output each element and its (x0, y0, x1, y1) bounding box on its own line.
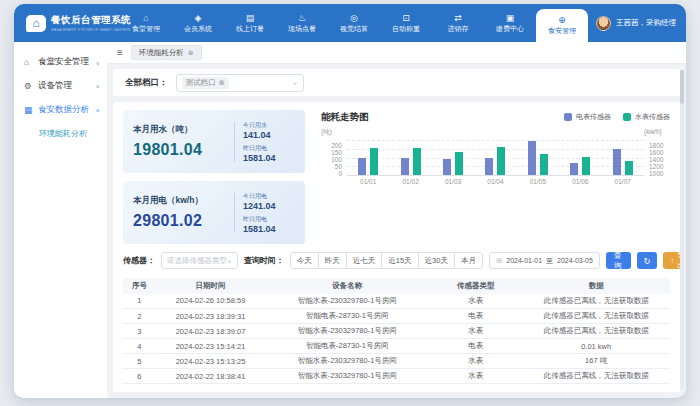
bar-group-01/05 (528, 140, 548, 175)
table-body: 12024-02-26 10:58:59智能水表-230329780-1号房间水… (123, 294, 670, 384)
x-tick-label: 01/05 (530, 178, 546, 185)
y-tick-left: 0 (338, 170, 342, 177)
scrollbar[interactable] (680, 70, 684, 390)
chevron-icon: ∧ (96, 107, 100, 113)
sensor-filter-label: 传感器： (123, 255, 155, 266)
table-cell: 167 吨 (522, 354, 670, 369)
sensor-data-table: 序号日期时间设备名称传感器类型数据 12024-02-26 10:58:59智能… (123, 278, 670, 385)
bar-电表传感器[interactable] (401, 158, 409, 176)
table-cell: 电表 (429, 309, 522, 324)
bar-水表传感器[interactable] (497, 147, 505, 175)
bar-水表传感器[interactable] (582, 157, 590, 175)
x-axis-labels: 01/0101/0201/0301/0401/0501/0601/07 (347, 178, 644, 185)
nav-item-缴费中心[interactable]: ▣缴费中心 (484, 4, 536, 42)
table-row[interactable]: 32024-02-23 18:39:07智能水表-230329780-1号房间水… (123, 324, 670, 339)
quick-range-近15天[interactable]: 近15天 (381, 252, 418, 269)
kebab-menu-icon[interactable]: ⋮ (681, 18, 686, 28)
bar-水表传感器[interactable] (625, 161, 633, 175)
bar-电表传感器[interactable] (443, 159, 451, 175)
table-header-cell: 设备名称 (265, 278, 429, 294)
bar-电表传感器[interactable] (485, 158, 493, 175)
date-range-picker[interactable]: ⊞ 2024-01-01 至 2024-03-05 (489, 252, 600, 269)
bar-group-01/02 (401, 140, 421, 175)
stat-card: 本月用水（吨）19801.04今日用水141.04昨日用电1581.04 (123, 110, 305, 173)
nav-item-食堂管理[interactable]: ⌂食堂管理 (120, 4, 172, 42)
nav-item-进销存[interactable]: ⇄进销存 (432, 4, 484, 42)
stat-title: 本月用水（吨） (133, 124, 226, 136)
app-window: ⌂ 餐饮后台管理系统 MANAGEMENT SYSTEM OF SMART CA… (14, 4, 686, 398)
sidebar-subitem-环境能耗分析[interactable]: 环境能耗分析 (14, 122, 107, 144)
stat-side: 今日用水141.04昨日用电1581.04 (243, 121, 295, 163)
nav-item-食安管理[interactable]: ⊕食安管理 (536, 9, 588, 42)
y-axis-left: (吨) 200150100500 (321, 128, 347, 175)
table-row[interactable]: 22024-02-23 18:39:31智能电表-28730-1号房间电表此传感… (123, 309, 670, 324)
table-cell: 水表 (429, 324, 522, 339)
table-row[interactable]: 42024-02-23 15:14:21智能电表-28730-1号房间电表0.0… (123, 339, 670, 354)
stat-side-value: 141.04 (243, 130, 295, 140)
sidebar-item-食安数据分析[interactable]: ▦食安数据分析∧ (14, 98, 107, 122)
nav-icon: ◈ (195, 13, 202, 23)
table-cell: 2024-02-23 18:39:07 (156, 324, 265, 339)
stall-select[interactable]: 测试档口 ⊗ ∨ (176, 74, 304, 92)
quick-range-今天[interactable]: 今天 (290, 252, 319, 269)
nav-item-线上订餐[interactable]: ▤线上订餐 (224, 4, 276, 42)
sidebar-item-label: 食堂安全管理 (38, 56, 89, 68)
table-cell: 4 (123, 339, 156, 354)
time-filter-label: 查询时间： (244, 255, 284, 266)
bar-水表传感器[interactable] (413, 148, 421, 175)
nav-item-视觉结算[interactable]: ◎视觉结算 (328, 4, 380, 42)
bar-group-01/06 (570, 140, 590, 175)
table-cell: 2024-02-23 15:13:25 (156, 354, 265, 369)
chart-legend: 电表传感器水表传感器 (564, 112, 670, 122)
export-button[interactable]: ↑ 导出 (663, 252, 681, 269)
y-tick-right: 1000 (649, 170, 663, 177)
table-row[interactable]: 12024-02-26 10:58:59智能水表-230329780-1号房间水… (123, 294, 670, 309)
table-cell: 智能水表-230329780-1号房间 (265, 324, 429, 339)
nav-label: 线上订餐 (236, 24, 264, 34)
stall-tag-close-icon[interactable]: ⊗ (219, 78, 225, 87)
user-avatar[interactable] (596, 16, 611, 31)
nav-label: 食安管理 (548, 26, 576, 36)
search-button[interactable]: 查询 (606, 252, 632, 269)
stat-side-label: 昨日用电 (243, 144, 295, 153)
tab-env-energy[interactable]: 环境能耗分析 ⊗ (131, 45, 202, 60)
refresh-button[interactable]: ↻ (637, 252, 656, 269)
user-box[interactable]: 王茜茜，采购经理 ⋮ (590, 4, 686, 42)
quick-range-昨天[interactable]: 昨天 (318, 252, 347, 269)
bar-电表传感器[interactable] (358, 158, 366, 176)
bar-水表传感器[interactable] (540, 154, 548, 175)
y-tick-right: 1800 (649, 142, 663, 149)
bar-电表传感器[interactable] (528, 141, 536, 175)
nav-label: 视觉结算 (340, 24, 368, 34)
quick-range-近七天[interactable]: 近七天 (346, 252, 383, 269)
tab-close-icon[interactable]: ⊗ (188, 49, 194, 57)
bar-电表传感器[interactable] (613, 149, 621, 175)
sensor-type-select[interactable]: 请选择传感器类型 ∨ (161, 252, 238, 269)
bar-水表传感器[interactable] (455, 152, 463, 175)
stat-title: 本月用电（kw/h） (133, 195, 226, 207)
stall-filter-bar: 全部档口： 测试档口 ⊗ ∨ (113, 69, 680, 96)
bar-水表传感器[interactable] (370, 148, 378, 175)
nav-label: 现场点餐 (288, 24, 316, 34)
table-cell: 此传感器已离线，无法获取数据 (522, 324, 670, 339)
legend-swatch (623, 113, 631, 121)
nav-icon: ♨ (298, 13, 306, 23)
nav-item-会员系统[interactable]: ◈会员系统 (172, 4, 224, 42)
bar-group-01/04 (485, 140, 505, 175)
sidebar-item-食堂安全管理[interactable]: ⌂食堂安全管理∨ (14, 50, 107, 74)
sidebar-item-设备管理[interactable]: ⚙设备管理∨ (14, 74, 107, 98)
quick-range-本月[interactable]: 本月 (454, 252, 483, 269)
quick-range-近30天[interactable]: 近30天 (418, 252, 455, 269)
table-row[interactable]: 62024-02-22 18:38:41智能水表-230329780-1号房间水… (123, 369, 670, 384)
y-tick-left: 100 (331, 156, 342, 163)
bar-电表传感器[interactable] (570, 163, 578, 175)
nav-item-自动称重[interactable]: ⊡自动称重 (380, 4, 432, 42)
table-row[interactable]: 52024-02-23 15:13:25智能水表-230329780-1号房间水… (123, 354, 670, 369)
scrollbar-thumb[interactable] (680, 70, 684, 104)
stat-side-label: 今日用电 (243, 192, 295, 201)
table-cell: 此传感器已离线，无法获取数据 (522, 369, 670, 384)
collapse-menu-icon[interactable]: ≡ (117, 47, 123, 58)
y-tick-right: 1400 (649, 156, 663, 163)
table-header-cell: 数据 (522, 278, 670, 294)
nav-item-现场点餐[interactable]: ♨现场点餐 (276, 4, 328, 42)
